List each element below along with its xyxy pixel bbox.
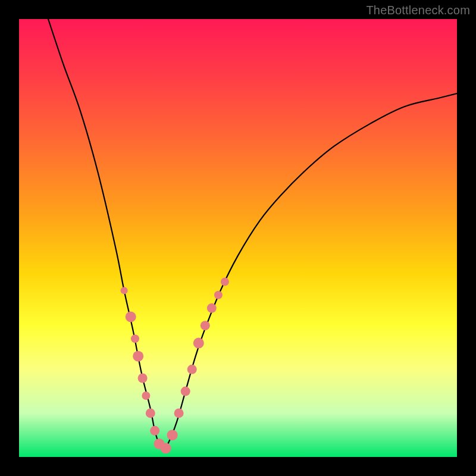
marker-dot [187,365,197,374]
marker-dot [150,426,159,436]
marker-dot [121,287,128,294]
bottleneck-curve [45,19,457,448]
marker-dot [181,387,190,396]
watermark-text: TheBottleneck.com [366,4,470,17]
marker-dot [214,291,223,299]
marker-dot [133,351,143,362]
marker-dot [174,408,184,418]
marker-dot [142,392,150,400]
marker-dot [131,334,139,343]
marker-dot [161,443,171,453]
marker-dot [167,430,178,440]
chart-area [19,19,457,457]
marker-dot [146,408,155,418]
marker-dot [201,321,210,330]
marker-dot [138,374,148,383]
marker-dot [207,303,217,313]
chart-svg [19,19,457,457]
marker-dot [193,338,204,349]
marker-dot [126,312,136,322]
marker-dot [221,278,229,286]
